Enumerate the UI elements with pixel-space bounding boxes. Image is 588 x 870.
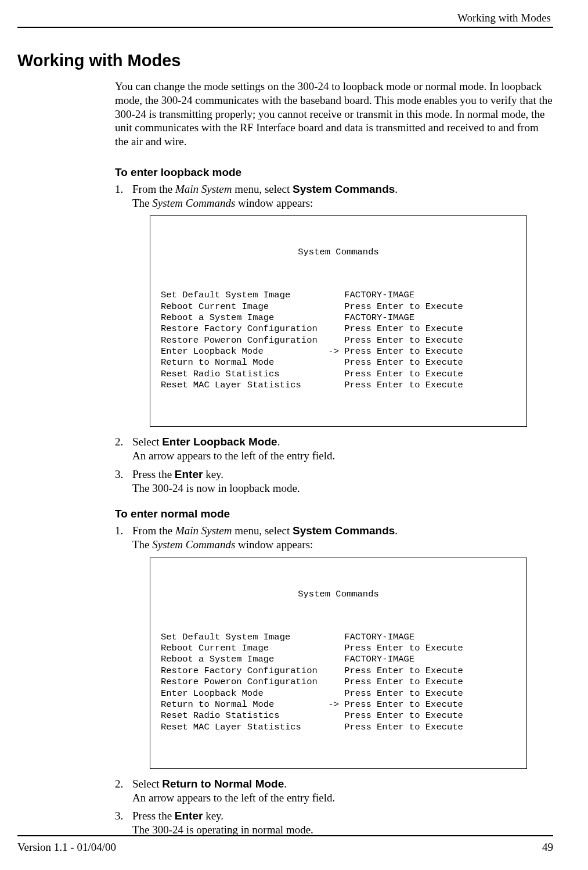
footer-page-number: 49 <box>542 841 553 854</box>
normal-steps: 1. From the Main System menu, select Sys… <box>115 524 553 837</box>
step-number: 3. <box>115 809 123 823</box>
normal-step-2: 2. Select Return to Normal Mode. An arro… <box>115 777 553 805</box>
terminal-body: Set Default System Image FACTORY-IMAGE R… <box>161 632 516 733</box>
page-footer: Version 1.1 - 01/04/00 49 <box>17 835 553 854</box>
normal-step-3: 3. Press the Enter key. The 300-24 is op… <box>115 809 553 837</box>
loopback-steps: 1. From the Main System menu, select Sys… <box>115 182 553 495</box>
normal-step-1: 1. From the Main System menu, select Sys… <box>115 524 553 769</box>
loopback-step-3: 3. Press the Enter key. The 300-24 is no… <box>115 468 553 495</box>
step-result: An arrow appears to the left of the entr… <box>132 450 335 462</box>
step-text: Press the Enter key. <box>132 468 223 480</box>
step-number: 2. <box>115 435 123 449</box>
running-header: Working with Modes <box>17 12 553 24</box>
step-text: From the Main System menu, select System… <box>132 524 398 537</box>
terminal-title: System Commands <box>161 247 516 258</box>
terminal-body: Set Default System Image FACTORY-IMAGE R… <box>161 290 516 391</box>
step-result: The 300-24 is operating in normal mode. <box>132 824 313 836</box>
normal-terminal: System Commands Set Default System Image… <box>150 558 527 769</box>
loopback-step-1: 1. From the Main System menu, select Sys… <box>115 182 553 427</box>
header-rule <box>17 27 553 28</box>
step-number: 1. <box>115 524 123 538</box>
step-result: An arrow appears to the left of the entr… <box>132 792 335 804</box>
step-result: The 300-24 is now in loopback mode. <box>132 482 300 494</box>
step-number: 2. <box>115 777 123 791</box>
normal-subhead: To enter normal mode <box>115 508 553 520</box>
loopback-terminal: System Commands Set Default System Image… <box>150 215 527 427</box>
step-number: 3. <box>115 468 123 481</box>
step-text: Select Enter Loopback Mode. <box>132 436 280 448</box>
step-text: Select Return to Normal Mode. <box>132 778 287 790</box>
loopback-step-2: 2. Select Enter Loopback Mode. An arrow … <box>115 435 553 463</box>
step-text: From the Main System menu, select System… <box>132 183 398 195</box>
step-result: The System Commands window appears: <box>132 538 313 551</box>
step-text: Press the Enter key. <box>132 810 223 822</box>
footer-rule <box>17 835 553 836</box>
step-result: The System Commands window appears: <box>132 197 313 209</box>
step-number: 1. <box>115 182 123 196</box>
footer-version: Version 1.1 - 01/04/00 <box>17 841 116 854</box>
intro-paragraph: You can change the mode settings on the … <box>115 80 553 149</box>
section-title: Working with Modes <box>17 51 553 70</box>
loopback-subhead: To enter loopback mode <box>115 166 553 179</box>
terminal-title: System Commands <box>161 589 516 600</box>
